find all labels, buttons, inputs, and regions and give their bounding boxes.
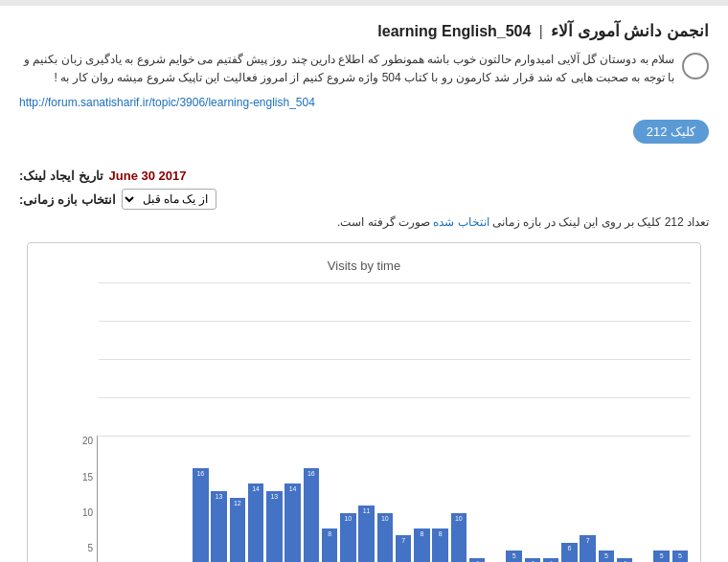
bar-value-label: 8 [439,530,443,537]
bar-group: 8 [321,436,338,562]
bar-group: 7 [580,436,597,562]
bar: 4 [543,558,558,562]
bar-value-label: 5 [660,552,664,559]
avatar [682,53,709,79]
bar-group: 16 [192,436,209,562]
creation-date-row: June 30 2017 تاریخ ایجاد لینک: [19,169,709,183]
chart-title: Visits by time [37,259,691,273]
bar-group: 13 [265,436,283,562]
content-area: انجمن دانش آموری آلاء | learning English… [0,6,728,562]
description-row: سلام به دوستان گل آلایی امیدوارم حالتون … [19,51,709,87]
bar-group: 16 [303,436,320,562]
gridline-15 [99,321,691,322]
bar: 13 [266,491,282,562]
y-label-15: 15 [82,472,93,483]
period-row: از یک ماه قبل انتخاب بازه زمانی: [19,189,709,210]
bar: 5 [506,551,521,562]
bars-and-yaxis: 20 15 10 5 0 161312141314168101110788104… [53,436,691,562]
period-label: انتخاب بازه زمانی: [19,192,116,207]
y-label-10: 10 [82,507,93,518]
bar: 8 [432,528,447,562]
chart-container: Visits by time Clickers [27,242,701,562]
badge-label: کلیک [671,124,695,139]
bar-group: 10 [376,436,394,562]
chart-inner: 20 15 10 5 0 161312141314168101110788104… [53,282,691,562]
y-label-20: 20 [82,436,93,446]
bar-value-label: 5 [512,552,516,559]
description-text: سلام به دوستان گل آلایی امیدوارم حالتون … [19,51,674,87]
bar-group: 12 [229,436,246,562]
bar-value-label: 14 [289,485,297,492]
title-divider: | [538,22,542,41]
bar: 12 [230,498,245,562]
bar-group: 14 [247,436,264,562]
gridline-5 [99,397,691,398]
forum-link[interactable]: http://forum.sanatisharif.ir/topic/3906/… [19,96,315,109]
bar: 16 [193,468,208,562]
bar: 4 [617,558,632,562]
bar-value-label: 10 [381,515,389,522]
bar: 6 [561,543,577,562]
bar: 14 [248,483,263,562]
bars-wrapper [99,282,691,436]
bar-group: 14 [284,436,302,562]
bar: 4 [469,558,485,562]
bar-value-label: 7 [586,537,590,544]
bar-group: 6 [560,436,578,562]
title-english: learning English_504 [377,23,531,40]
bar-group: 10 [450,436,467,562]
bar: 5 [599,551,614,562]
bars-container: 1613121413141681011107881045446754355 [97,436,691,562]
click-count-text: تعداد 212 کلیک بر روی این لینک در بازه ز… [492,215,709,229]
bar-group: 4 [468,436,486,562]
bar: 8 [322,528,337,562]
bar: 10 [451,513,466,562]
bar-group: 8 [413,436,430,562]
bar-value-label: 8 [328,530,331,537]
bar-value-label: 14 [252,485,260,492]
meta-section: June 30 2017 تاریخ ایجاد لینک: از یک ماه… [19,169,709,210]
title-row: انجمن دانش آموری آلاء | learning English… [19,21,709,41]
y-label-5: 5 [87,543,93,553]
bar-group: 13 [211,436,228,562]
page-wrapper: انجمن دانش آموری آلاء | learning English… [0,0,728,562]
click-badge: 212 کلیک [633,120,709,144]
gridline-20 [99,282,691,283]
bar-group: 4 [616,436,633,562]
bar: 10 [340,513,355,562]
link-row: http://forum.sanatisharif.ir/topic/3906/… [19,93,674,110]
bar-value-label: 12 [234,500,241,506]
bar-group [155,436,172,562]
bar-group: 8 [432,436,449,562]
bar: 16 [304,468,319,562]
chart-area: Clickers 20 15 [37,282,691,562]
bar-value-label: 16 [196,470,204,477]
title-persian: انجمن دانش آموری آلاء [551,21,709,41]
bar: 14 [284,483,300,562]
bar-value-label: 13 [216,493,223,500]
bar-value-label: 6 [567,545,571,551]
click-count-suffix: صورت گرفته است. [337,215,430,229]
bar-group [100,436,117,562]
bar-group: 3 [634,436,651,562]
bar-group: 4 [542,436,559,562]
bar: 10 [377,513,393,562]
period-select[interactable]: از یک ماه قبل [122,189,216,210]
bar: 8 [414,528,429,562]
bar-group: 5 [598,436,615,562]
bar-value-label: 11 [363,507,371,514]
bar-group [118,436,135,562]
bar: 7 [580,535,595,562]
bar-group [173,436,191,562]
click-count-row: تعداد 212 کلیک بر روی این لینک در بازه ز… [19,215,709,229]
bar-value-label: 10 [344,515,352,522]
bar-group [137,436,154,562]
y-axis-labels: 20 15 10 5 0 [53,436,97,562]
bar: 7 [396,535,411,562]
bar-value-label: 5 [678,552,682,559]
bar-value-label: 5 [604,552,608,559]
bar-group: 10 [339,436,356,562]
click-count-link[interactable]: انتخاب شده [433,215,489,229]
bar-group: 11 [358,436,375,562]
bar-value-label: 8 [420,530,423,537]
